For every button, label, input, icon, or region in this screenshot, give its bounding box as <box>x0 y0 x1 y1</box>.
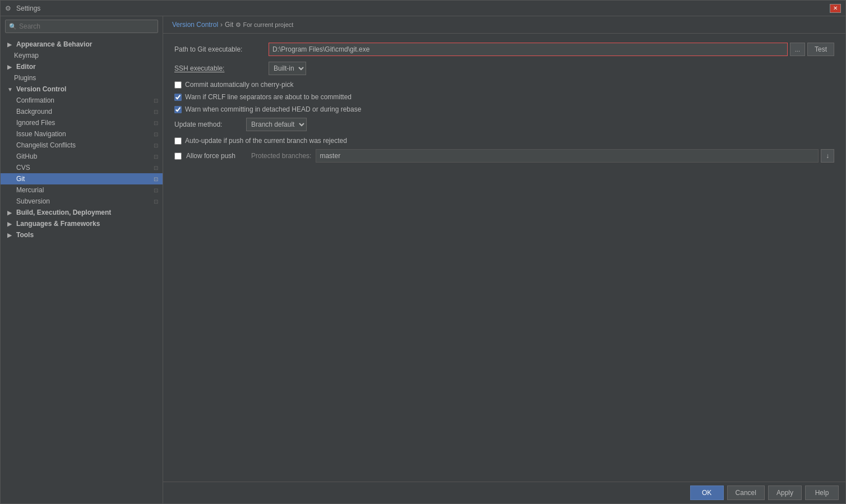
sidebar-item-plugins[interactable]: Plugins <box>1 72 163 84</box>
sidebar-item-changelist-conflicts[interactable]: Changelist Conflicts ⊡ <box>1 140 163 151</box>
browse-button[interactable]: ... <box>790 43 805 56</box>
checkbox-autoupdate-row: Auto-update if push of the current branc… <box>174 137 834 145</box>
checkbox-autoupdate-label: Auto-update if push of the current branc… <box>185 137 347 145</box>
settings-sub-icon: ⊡ <box>154 198 158 205</box>
checkbox-detached-head-row: Warn when committing in detached HEAD or… <box>174 105 834 113</box>
settings-icon: ⚙ <box>5 4 13 12</box>
settings-sub-icon: ⊡ <box>154 120 158 126</box>
sidebar-item-github[interactable]: GitHub ⊡ <box>1 151 163 162</box>
expand-icon: ▶ <box>7 210 14 216</box>
settings-sub-icon: ⊡ <box>154 109 158 115</box>
sidebar-item-cvs[interactable]: CVS ⊡ <box>1 162 163 173</box>
breadcrumb-extra: ⚙ For current project <box>235 21 293 29</box>
sidebar-item-editor[interactable]: ▶ Editor <box>1 61 163 72</box>
breadcrumb: Version Control › Git ⚙ For current proj… <box>163 16 845 34</box>
sidebar-item-label: Tools <box>16 231 34 239</box>
protected-branches-input[interactable] <box>316 149 819 163</box>
sidebar-item-label: GitHub <box>16 152 37 160</box>
settings-sub-icon: ⊡ <box>154 165 158 171</box>
content-area: 🔍 ▶ Appearance & Behavior Keymap ▶ Edito… <box>1 16 845 503</box>
sidebar-item-version-control[interactable]: ▼ Version Control <box>1 84 163 95</box>
update-method-row: Update method: Branch default Merge Reba… <box>174 118 834 131</box>
title-bar-left: ⚙ Settings <box>5 4 40 12</box>
expand-icon: ▶ <box>7 64 14 70</box>
sidebar-item-background[interactable]: Background ⊡ <box>1 106 163 117</box>
title-bar-title: Settings <box>16 4 40 12</box>
sidebar: 🔍 ▶ Appearance & Behavior Keymap ▶ Edito… <box>1 16 163 503</box>
sidebar-item-confirmation[interactable]: Confirmation ⊡ <box>1 95 163 106</box>
help-button[interactable]: Help <box>805 485 839 500</box>
git-path-input[interactable] <box>269 43 788 56</box>
title-bar: ⚙ Settings ✕ <box>1 1 845 16</box>
sidebar-item-label: Build, Execution, Deployment <box>16 209 111 216</box>
sidebar-item-label: Languages & Frameworks <box>16 220 100 228</box>
settings-sub-icon: ⊡ <box>154 131 158 137</box>
sidebar-item-label: Git <box>16 175 25 183</box>
ssh-label-text: SSH executable: <box>174 64 224 72</box>
checkbox-cherry-pick-row: Commit automatically on cherry-pick <box>174 81 834 89</box>
sidebar-item-label: Keymap <box>14 52 39 59</box>
ssh-label: SSH executable: <box>174 64 264 72</box>
sidebar-item-label: Background <box>16 108 52 115</box>
expand-icon: ▶ <box>7 232 14 238</box>
sidebar-item-languages[interactable]: ▶ Languages & Frameworks <box>1 218 163 229</box>
breadcrumb-git: Git <box>225 21 233 29</box>
ssh-select[interactable]: Built-in Native <box>269 62 306 75</box>
settings-panel: Path to Git executable: ... Test SSH exe… <box>163 34 845 482</box>
sidebar-item-subversion[interactable]: Subversion ⊡ <box>1 196 163 207</box>
apply-button[interactable]: Apply <box>768 485 802 500</box>
breadcrumb-separator: › <box>220 21 223 29</box>
expand-icon: ▶ <box>7 221 14 227</box>
settings-sub-icon: ⊡ <box>154 154 158 160</box>
sidebar-item-mercurial[interactable]: Mercurial ⊡ <box>1 184 163 196</box>
breadcrumb-version-control[interactable]: Version Control <box>172 21 218 29</box>
sidebar-item-label: Appearance & Behavior <box>16 40 92 48</box>
settings-sub-icon: ⊡ <box>154 142 158 149</box>
warn-detached-head-checkbox[interactable] <box>174 106 182 113</box>
search-icon: 🔍 <box>9 23 17 30</box>
bottom-bar: OK Cancel Apply Help <box>163 482 845 503</box>
sidebar-item-issue-navigation[interactable]: Issue Navigation ⊡ <box>1 128 163 140</box>
ssh-row: SSH executable: Built-in Native <box>174 62 834 75</box>
settings-sub-icon: ⊡ <box>154 176 158 182</box>
search-box[interactable]: 🔍 <box>5 20 158 33</box>
checkbox-cherry-pick-label: Commit automatically on cherry-pick <box>185 81 293 89</box>
checkbox-detached-head-label: Warn when committing in detached HEAD or… <box>185 105 361 113</box>
sidebar-item-tools[interactable]: ▶ Tools <box>1 229 163 241</box>
sidebar-item-appearance-behavior[interactable]: ▶ Appearance & Behavior <box>1 39 163 50</box>
allow-force-push-checkbox[interactable] <box>174 152 182 160</box>
test-button[interactable]: Test <box>807 43 834 56</box>
commit-cherry-pick-checkbox[interactable] <box>174 81 182 89</box>
protected-branches-icon-btn[interactable]: ↓ <box>821 149 834 163</box>
sidebar-item-build-execution[interactable]: ▶ Build, Execution, Deployment <box>1 207 163 218</box>
checkbox-crlf-label: Warn if CRLF line separators are about t… <box>185 93 352 101</box>
update-method-label: Update method: <box>174 121 242 128</box>
path-input-container: ... Test <box>269 43 834 56</box>
path-label: Path to Git executable: <box>174 45 264 53</box>
auto-update-checkbox[interactable] <box>174 137 182 145</box>
cancel-button[interactable]: Cancel <box>727 485 765 500</box>
sidebar-item-ignored-files[interactable]: Ignored Files ⊡ <box>1 117 163 128</box>
force-push-row: Allow force push Protected branches: ↓ <box>174 149 834 163</box>
sidebar-nav: ▶ Appearance & Behavior Keymap ▶ Editor … <box>1 36 163 503</box>
sidebar-item-label: Ignored Files <box>16 119 55 127</box>
sidebar-item-label: Issue Navigation <box>16 130 66 138</box>
settings-sub-icon: ⊡ <box>154 187 158 193</box>
settings-sub-icon: ⊡ <box>154 98 158 104</box>
search-input[interactable] <box>19 22 154 30</box>
warn-crlf-checkbox[interactable] <box>174 94 182 101</box>
main-content: Version Control › Git ⚙ For current proj… <box>163 16 845 503</box>
sidebar-item-label: Changelist Conflicts <box>16 141 76 149</box>
sidebar-item-label: Version Control <box>16 85 66 93</box>
ok-button[interactable]: OK <box>690 485 724 500</box>
sidebar-item-keymap[interactable]: Keymap <box>1 50 163 61</box>
sidebar-item-label: Subversion <box>16 197 50 205</box>
protected-branches-label: Protected branches: <box>251 152 311 160</box>
sidebar-item-git[interactable]: Git ⊡ <box>1 173 163 184</box>
update-method-select[interactable]: Branch default Merge Rebase <box>246 118 307 131</box>
path-row: Path to Git executable: ... Test <box>174 43 834 56</box>
settings-window: ⚙ Settings ✕ 🔍 ▶ Appearance & Behavior K… <box>0 0 846 504</box>
expand-icon: ▶ <box>7 41 14 48</box>
expand-icon: ▼ <box>7 86 14 93</box>
close-button[interactable]: ✕ <box>830 4 841 13</box>
